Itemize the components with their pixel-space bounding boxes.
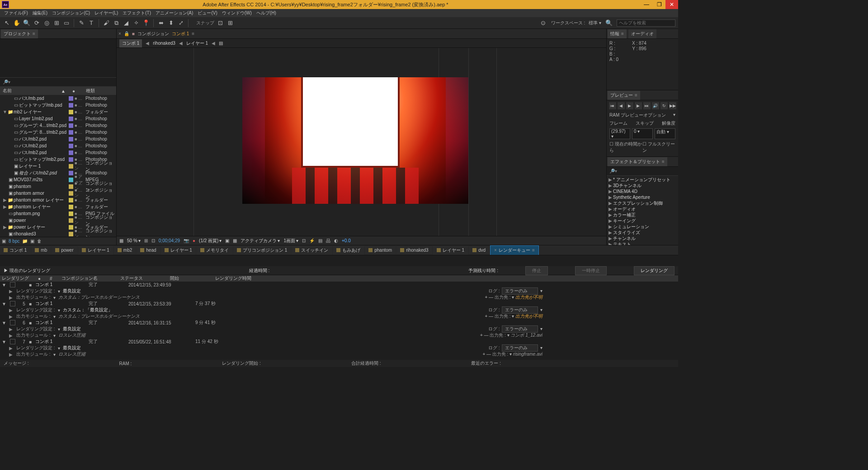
channel-icon[interactable]: ● bbox=[193, 238, 195, 243]
play-button[interactable]: ▶ bbox=[626, 102, 633, 109]
snap-opts-icon[interactable]: ⊞ bbox=[226, 19, 234, 27]
effects-search[interactable]: 🔎▾ bbox=[607, 167, 678, 176]
stop-button[interactable]: 停止 bbox=[525, 266, 548, 275]
guides-icon[interactable]: ⊡ bbox=[151, 238, 155, 243]
menu-item[interactable]: レイヤー(L) bbox=[92, 9, 120, 17]
timeline-tab[interactable]: rihonaked3 bbox=[396, 246, 432, 254]
project-search[interactable]: 🔎▾ bbox=[0, 78, 116, 87]
effect-category[interactable]: ▶* アニメーションプリセット bbox=[607, 177, 678, 183]
ram-preview-button[interactable]: ▶▶ bbox=[669, 102, 676, 109]
brush-tool-icon[interactable]: 🖌 bbox=[102, 19, 110, 27]
interpret-icon[interactable]: ▣ bbox=[2, 239, 6, 244]
zoom-tool-icon[interactable]: 🔍 bbox=[23, 19, 31, 27]
effect-category[interactable]: ▶スタイライズ bbox=[607, 230, 678, 235]
timeline-tab[interactable]: プリコンポジション 1 bbox=[233, 246, 291, 255]
project-item[interactable]: ▭Layer 1/mb2.psd■ …Photoshop bbox=[0, 115, 116, 122]
project-tab[interactable]: プロジェクト≡ bbox=[1, 29, 38, 38]
project-item[interactable]: ▣レイヤー 1■ …ンコンポジション bbox=[0, 163, 116, 169]
effect-category[interactable]: ▶3Dチャンネル bbox=[607, 183, 678, 188]
menu-item[interactable]: アニメーション(A) bbox=[153, 9, 195, 17]
timeline-tab[interactable]: スイッチイン bbox=[292, 246, 332, 255]
rotate-tool-icon[interactable]: ⟳ bbox=[33, 19, 41, 27]
snap-opts-icon[interactable]: ⊡ bbox=[216, 19, 224, 27]
from-current-check[interactable]: ☐ 現在の時間から bbox=[609, 141, 642, 154]
delete-icon[interactable]: 🗑 bbox=[37, 239, 42, 244]
puppet-tool-icon[interactable]: 📍 bbox=[142, 19, 150, 27]
menu-item[interactable]: ヘルプ(H) bbox=[254, 9, 278, 17]
fast-preview-icon[interactable]: ⚡ bbox=[309, 238, 315, 243]
maximize-button[interactable]: ❐ bbox=[653, 0, 665, 9]
shape-tool-icon[interactable]: ▭ bbox=[62, 19, 71, 27]
project-item[interactable]: ▣複合 パス/mb2.psd■ …Photoshop bbox=[0, 169, 116, 176]
res-dropdown[interactable]: 自動 ▾ bbox=[655, 128, 675, 139]
timeline-tab[interactable]: レイヤー 1 bbox=[161, 246, 196, 255]
next-frame-button[interactable]: ▶ bbox=[635, 102, 642, 109]
camera-dropdown[interactable]: アクティブカメラ ▾ bbox=[241, 238, 280, 244]
axis-world-icon[interactable]: ⬍ bbox=[167, 19, 175, 27]
grid-icon[interactable]: ⊞ bbox=[144, 238, 148, 243]
selection-tool-icon[interactable]: ↖ bbox=[3, 19, 11, 27]
timeline-tab[interactable]: コンポ 1 bbox=[0, 246, 30, 255]
render-queue-item[interactable]: ▼5■コンポ 1完了2014/12/15, 23:53:397 分 37 秒▶レ… bbox=[0, 301, 678, 320]
close-tab-icon[interactable]: × bbox=[118, 31, 121, 36]
roto-tool-icon[interactable]: ✧ bbox=[132, 19, 140, 27]
timeline-tab[interactable]: dvd bbox=[469, 246, 489, 254]
composition-viewer[interactable] bbox=[117, 48, 606, 236]
project-column-headers[interactable]: 名前 ▲ ● 種類 bbox=[0, 87, 116, 95]
axis-view-icon[interactable]: ⤢ bbox=[177, 19, 185, 27]
pen-tool-icon[interactable]: ✎ bbox=[77, 19, 85, 27]
project-item[interactable]: ▶📁phantom レイヤー■ …フォルダー bbox=[0, 203, 116, 210]
effects-tab[interactable]: エフェクト＆プリセット≡ bbox=[608, 157, 667, 166]
menu-item[interactable]: ファイル(F) bbox=[2, 9, 30, 17]
crumb-item[interactable]: レイヤー 1 bbox=[186, 40, 208, 47]
render-button[interactable]: レンダリング bbox=[634, 266, 675, 275]
close-button[interactable]: ✕ bbox=[665, 0, 678, 9]
resolution-dropdown[interactable]: (1/2 画質) ▾ bbox=[199, 238, 222, 244]
menu-item[interactable]: ビュー(V) bbox=[195, 9, 219, 17]
snapshot-icon[interactable]: 📷 bbox=[184, 238, 189, 243]
project-item[interactable]: ▭パス/mb2.psd■ …Photoshop bbox=[0, 149, 116, 156]
timeline-tab[interactable]: レイヤー 1 bbox=[433, 246, 468, 255]
exposure-reset-icon[interactable]: ◐ bbox=[334, 238, 338, 243]
project-item[interactable]: ▭パス/mb.psd■ …Photoshop bbox=[0, 95, 116, 102]
comp-flowchart-icon[interactable]: 品 bbox=[326, 238, 330, 244]
project-item[interactable]: ▼📁mb2 レイヤー■ …フォルダー bbox=[0, 108, 116, 115]
render-queue[interactable]: ▼■コンポ 1完了2014/12/15, 23:49:59▶レンダリング設定 :… bbox=[0, 282, 678, 360]
effect-category[interactable]: ▶カラー補正 bbox=[607, 212, 678, 218]
hand-tool-icon[interactable]: ✋ bbox=[13, 19, 21, 27]
timeline-tab[interactable]: mb2 bbox=[114, 246, 136, 254]
timeline-tab[interactable]: もみあげ bbox=[333, 246, 364, 255]
project-item[interactable]: ▭ビットマップ/mb.psd■ …Photoshop bbox=[0, 102, 116, 108]
menu-item[interactable]: ウィンドウ(W) bbox=[220, 9, 254, 17]
first-frame-button[interactable]: ⏮ bbox=[609, 102, 616, 109]
effect-category[interactable]: ▶テキスト bbox=[607, 241, 678, 245]
info-tab[interactable]: 情報≡ bbox=[608, 29, 627, 38]
project-item[interactable]: ▭パス/mb2.psd■ …Photoshop bbox=[0, 142, 116, 149]
timeline-tab[interactable]: phantom bbox=[365, 246, 396, 254]
axis-local-icon[interactable]: ⬌ bbox=[157, 19, 165, 27]
timeline-icon[interactable]: ▤ bbox=[318, 238, 322, 243]
zoom-dropdown[interactable]: 50 % ▾ bbox=[127, 238, 141, 243]
transparency-icon[interactable]: ▦ bbox=[233, 238, 237, 243]
exposure-value[interactable]: +0.0 bbox=[342, 238, 351, 243]
timeline-tab[interactable]: メモリタイ bbox=[197, 246, 232, 255]
crumb-item[interactable]: rihonaked3 bbox=[153, 41, 175, 46]
render-queue-item[interactable]: ▼6■コンポ 1完了2014/12/16, 16:31:159 分 41 秒▶レ… bbox=[0, 320, 678, 338]
lock-icon[interactable]: 🔒 bbox=[124, 31, 129, 36]
skip-dropdown[interactable]: 0 ▾ bbox=[632, 128, 653, 139]
render-queue-item[interactable]: ▼7■コンポ 1完了2015/05/22, 16:51:4811 分 42 秒▶… bbox=[0, 338, 678, 357]
pixel-aspect-icon[interactable]: ⊡ bbox=[302, 238, 306, 243]
effect-category[interactable]: ▶エクスプレッション制御 bbox=[607, 200, 678, 206]
roi-icon[interactable]: ▣ bbox=[225, 238, 229, 243]
prev-frame-button[interactable]: ◀ bbox=[618, 102, 625, 109]
preview-tab[interactable]: プレビュー≡ bbox=[608, 91, 640, 100]
project-item[interactable]: ▭グループ: 4…t/mb2.psd■ …Photoshop bbox=[0, 122, 116, 129]
project-item[interactable]: ▣rihonaked3■ …ンコンポジション bbox=[0, 230, 116, 237]
help-search-input[interactable] bbox=[617, 19, 675, 27]
eraser-tool-icon[interactable]: ◢ bbox=[122, 19, 130, 27]
project-item[interactable]: ▭グループ: 8…t/mb2.psd■ …Photoshop bbox=[0, 129, 116, 136]
timeline-tab[interactable]: レイヤー 1 bbox=[78, 246, 113, 255]
fps-dropdown[interactable]: (29.97) ▾ bbox=[609, 128, 630, 139]
project-item[interactable]: ▭パス/mb2.psd■ …Photoshop bbox=[0, 136, 116, 142]
mute-button[interactable]: 🔊 bbox=[652, 102, 659, 109]
